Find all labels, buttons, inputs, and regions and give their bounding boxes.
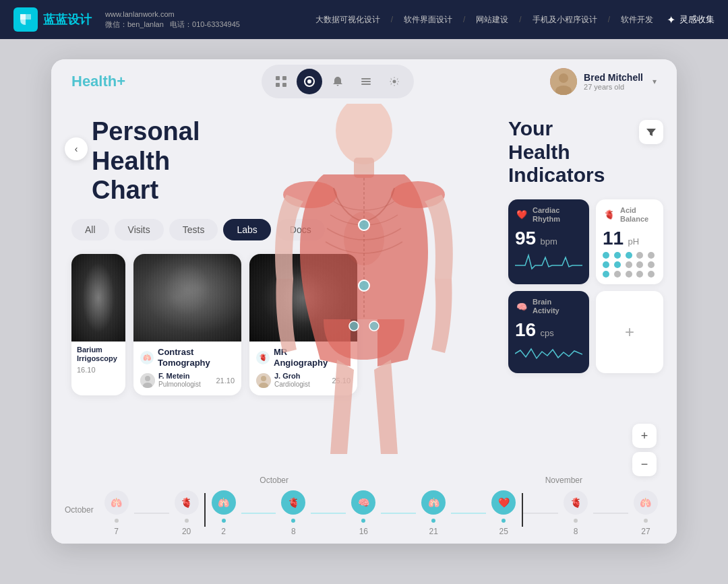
brain-wave <box>515 344 582 366</box>
left-panel: ‹ PersonalHealthChart All Visits Tests L… <box>51 104 402 544</box>
med-card-angiography[interactable]: 🫀 MRAngiography J. Groh Cardiologist <box>249 254 357 395</box>
timeline-date-8: 8 <box>291 527 296 536</box>
med-card-contrast[interactable]: 🫁 ContrastTomography F. Metein Pulmono <box>133 254 241 395</box>
contrast-icon: 🫁 <box>140 351 154 364</box>
doctor-role-groh: Cardiologist <box>274 381 310 389</box>
brand-contact: 微信：ben_lanlan 电话：010-63334945 <box>105 20 240 30</box>
nav-item-5[interactable]: 软件开发 <box>621 14 653 26</box>
brand-info: www.lanlanwork.com 微信：ben_lanlan 电话：010-… <box>105 9 240 30</box>
brain-value: 16 <box>515 319 536 340</box>
timeline-item-25[interactable]: ❤️ 25 <box>486 490 521 536</box>
brand-logo: 蓝蓝设计 <box>13 7 92 32</box>
acid-unit: pH <box>628 236 640 247</box>
chevron-down-icon: ▾ <box>653 77 657 86</box>
timeline-icon-21: 🫁 <box>421 490 446 515</box>
timeline-date-25: 25 <box>499 527 508 536</box>
cardiac-value: 95 <box>515 228 536 249</box>
timeline-item-2[interactable]: 🫁 2 <box>206 490 241 536</box>
back-button[interactable]: ‹ <box>65 137 88 160</box>
timeline-dot-16 <box>361 519 365 523</box>
nav-item-4[interactable]: 手机及小程序设计 <box>533 14 597 26</box>
nav-pill-circle[interactable] <box>297 69 322 94</box>
right-panel: YourHealthIndicators ❤️ CardiacRhythm 95 <box>502 104 677 544</box>
tab-tests[interactable]: Tests <box>169 219 218 240</box>
timeline-icon-nov-8: 🫀 <box>564 490 588 515</box>
range-end <box>521 493 523 527</box>
svg-rect-3 <box>282 83 286 87</box>
october-label: October <box>65 505 94 515</box>
timeline-dot-25 <box>502 519 506 523</box>
brand-nav: 大数据可视化设计 / 软件界面设计 / 网站建设 / 手机及小程序设计 / 软件… <box>315 14 653 26</box>
user-age: 27 years old <box>584 83 643 91</box>
user-area[interactable]: Bred Mitchell 27 years old ▾ <box>550 68 657 95</box>
timeline-icon-8: 🫀 <box>281 490 305 515</box>
acid-dots <box>603 252 657 278</box>
oct-label-float: October <box>260 476 289 485</box>
tab-labs[interactable]: Labs <box>223 219 270 240</box>
barium-title: BariumIrrigoscopy <box>77 346 120 363</box>
timeline-item-21[interactable]: 🫁 21 <box>416 490 451 536</box>
nav-pill-bell[interactable] <box>325 69 351 94</box>
timeline-item-16[interactable]: 🧠 16 <box>346 490 381 536</box>
doctor-avatar-metein <box>140 373 155 388</box>
nav-item-1[interactable]: 大数据可视化设计 <box>315 14 380 26</box>
svg-rect-8 <box>361 84 371 85</box>
angio-icon: 🫀 <box>256 351 270 364</box>
zoom-out-button[interactable]: − <box>632 452 657 476</box>
contrast-title: ContrastTomography <box>158 347 210 368</box>
add-indicator-card[interactable]: + <box>596 291 663 373</box>
brand-name-text: 蓝蓝设计 <box>43 11 92 28</box>
tab-all[interactable]: All <box>71 219 109 240</box>
nav-pills <box>262 65 414 98</box>
user-name: Bred Mitchell <box>584 72 643 83</box>
indicators-grid: ❤️ CardiacRhythm 95 bpm <box>508 199 663 374</box>
svg-point-14 <box>145 376 150 381</box>
brain-icon: 🧠 <box>515 300 528 313</box>
svg-rect-2 <box>276 83 280 87</box>
timeline-dot-nov-8 <box>574 519 578 523</box>
tab-docs[interactable]: Docs <box>276 219 325 240</box>
contrast-date: 21.10 <box>216 377 235 385</box>
acid-value-area: 11 pH <box>603 229 657 248</box>
nav-item-3[interactable]: 网站建设 <box>476 14 508 26</box>
cardiac-card[interactable]: ❤️ CardiacRhythm 95 bpm <box>508 199 589 284</box>
timeline-item-20[interactable]: 🫀 20 <box>169 490 204 536</box>
brain-value-area: 16 cps <box>515 321 582 339</box>
timeline-date-16: 16 <box>359 527 368 536</box>
med-card-barium[interactable]: BariumIrrigoscopy 16.10 <box>71 254 125 395</box>
nov-label-float: November <box>545 476 582 485</box>
brain-name: BrainActivity <box>533 298 559 315</box>
timeline-item-8[interactable]: 🫀 8 <box>276 490 311 536</box>
brand-bar: 蓝蓝设计 www.lanlanwork.com 微信：ben_lanlan 电话… <box>0 0 728 39</box>
timeline-icon-25: ❤️ <box>491 490 516 515</box>
timeline-icon-20: 🫀 <box>175 490 199 515</box>
filter-button[interactable] <box>639 120 663 144</box>
zoom-in-button[interactable]: + <box>632 424 657 448</box>
nav-pill-grid[interactable] <box>268 69 294 94</box>
cardiac-value-area: 95 bpm <box>515 229 582 248</box>
app-header: Health+ <box>51 59 677 104</box>
user-info: Bred Mitchell 27 years old <box>584 72 643 91</box>
med-cards: BariumIrrigoscopy 16.10 🫁 ContrastT <box>71 254 388 395</box>
brand-collection[interactable]: ✦ 灵感收集 <box>667 13 715 26</box>
doctor-name-metein: F. Metein <box>158 372 201 381</box>
brain-card[interactable]: 🧠 BrainActivity 16 cps <box>508 291 589 373</box>
acid-card[interactable]: 🫀 AcidBalance 11 pH <box>596 199 663 284</box>
app-main: ‹ PersonalHealthChart All Visits Tests L… <box>51 104 677 544</box>
nav-pill-list[interactable] <box>353 69 379 94</box>
timeline-item-nov-8[interactable]: 🫀 8 <box>558 490 593 536</box>
zoom-controls: + − <box>632 424 657 476</box>
timeline-item-7[interactable]: 🫁 7 <box>99 490 134 536</box>
svg-point-9 <box>393 80 396 84</box>
nav-pill-gear[interactable] <box>382 69 407 94</box>
cardiac-name: CardiacRhythm <box>533 206 560 224</box>
app-title: Health+ <box>71 73 125 90</box>
nav-item-2[interactable]: 软件界面设计 <box>404 14 452 26</box>
collection-label: 灵感收集 <box>679 13 715 26</box>
brain-unit: cps <box>541 328 554 338</box>
timeline-date-2: 2 <box>221 527 226 536</box>
acid-name: AcidBalance <box>620 206 648 224</box>
timeline-item-27[interactable]: 🫁 27 <box>628 490 663 536</box>
tab-visits[interactable]: Visits <box>115 219 164 240</box>
timeline-dot-27 <box>644 519 648 523</box>
